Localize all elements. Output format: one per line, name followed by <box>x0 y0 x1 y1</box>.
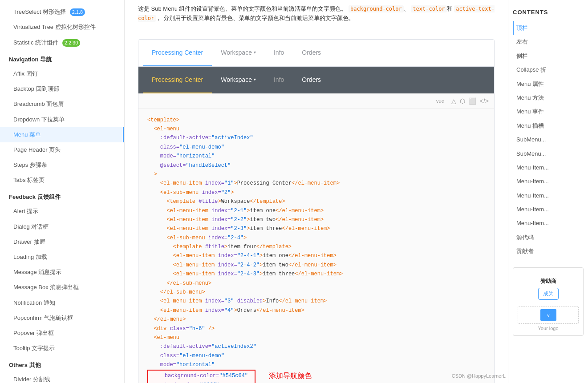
right-item-topbar[interactable]: 顶栏 <box>513 21 584 35</box>
right-item-sidebar[interactable]: 侧栏 <box>513 49 584 63</box>
sidebar-item-notification[interactable]: Notification 通知 <box>0 295 124 310</box>
right-item-menuitem3[interactable]: Menu-Item... <box>513 189 584 202</box>
right-item-label: 顶栏 <box>516 24 528 31</box>
copy-icon[interactable]: △ <box>451 97 456 105</box>
sidebar-item-loading[interactable]: Loading 加载 <box>0 250 124 265</box>
right-item-submenu1[interactable]: SubMenu... <box>513 133 584 146</box>
delete-icon[interactable]: ⬜ <box>469 97 476 105</box>
sidebar-item-message[interactable]: Message 消息提示 <box>0 265 124 280</box>
left-sidebar: TreeSelect 树形选择 2.1.8 Virtualized Tree 虚… <box>0 0 125 383</box>
sidebar-item-breadcrumb[interactable]: Breadcrumb 面包屑 <box>0 97 124 112</box>
sidebar-item-label: Alert 提示 <box>13 208 38 214</box>
sidebar-item-label: Page Header 页头 <box>13 146 61 153</box>
become-sponsor-button[interactable]: 成为 <box>538 288 559 300</box>
sidebar-item-popover[interactable]: Popover 弹出框 <box>0 326 124 341</box>
right-item-label: Menu-Item... <box>516 192 549 199</box>
code-toolbar: vue △ ⬡ ⬜ </> <box>138 94 494 109</box>
sidebar-item-backtop[interactable]: Backtop 回到顶部 <box>0 81 124 97</box>
content-area: 这是 Sub Menu 组件的设置背景色、菜单的文字颜色和当前激活菜单的文字颜色… <box>125 0 508 383</box>
sidebar-item-page-header[interactable]: Page Header 页头 <box>0 142 124 157</box>
right-item-menu-props[interactable]: Menu 属性 <box>513 77 584 91</box>
sidebar-item[interactable]: Virtualized Tree 虚拟化树形控件 <box>0 20 124 35</box>
code-lang-label: vue <box>436 98 444 104</box>
right-item-label: Menu 事件 <box>516 108 544 115</box>
sidebar-item-label: Menu 菜单 <box>13 131 41 138</box>
sidebar-item-steps[interactable]: Steps 步骤条 <box>0 157 124 173</box>
menu-item-label: Info <box>274 76 284 83</box>
right-item-label: 侧栏 <box>516 52 528 59</box>
sidebar-item-alert[interactable]: Alert 提示 <box>0 204 124 219</box>
right-item-label: 源代码 <box>516 234 534 241</box>
sidebar-item-label: Drawer 抽屉 <box>13 238 45 245</box>
right-item-label: Menu-Item... <box>516 178 549 185</box>
prop-highlight-bg: background-color <box>349 5 404 12</box>
sidebar-item-label: Dropdown 下拉菜单 <box>13 116 65 123</box>
right-item-menu-events[interactable]: Menu 事件 <box>513 105 584 118</box>
menu-item-orders-dark[interactable]: Orders <box>293 67 330 93</box>
sidebar-item-messagebox[interactable]: Message Box 消息弹出框 <box>0 280 124 295</box>
right-item-menu-methods[interactable]: Menu 方法 <box>513 91 584 105</box>
version-badge: 2.1.8 <box>70 8 85 16</box>
right-item-label: Collapse 折 <box>516 66 546 73</box>
right-sidebar: CONTENTS 顶栏 左右 侧栏 Collapse 折 Menu 属性 Men… <box>508 0 588 383</box>
sidebar-item[interactable]: Statistic 统计组件 2.2.30 <box>0 35 124 50</box>
menu-item-label: Workspace <box>221 49 252 56</box>
sidebar-item-label: Popconfirm 气泡确认框 <box>13 314 73 321</box>
sidebar-item-dropdown[interactable]: Dropdown 下拉菜单 <box>0 112 124 127</box>
bookmark-icon[interactable]: ⬡ <box>460 97 465 105</box>
sidebar-item-label: Message 消息提示 <box>13 269 61 275</box>
sidebar-item-drawer[interactable]: Drawer 抽屉 <box>0 234 124 250</box>
sponsor-logo: V <box>518 306 579 324</box>
sidebar-item-tooltip[interactable]: Tooltip 文字提示 <box>0 341 124 356</box>
right-item-menuitem5[interactable]: Menu-Item... <box>513 216 584 230</box>
right-item-label: Menu 方法 <box>516 94 544 101</box>
right-item-label: Menu 插槽 <box>516 122 544 129</box>
logo-icon: V <box>539 308 557 322</box>
right-item-menuitem4[interactable]: Menu-Item... <box>513 202 584 216</box>
sidebar-item[interactable]: TreeSelect 树形选择 2.1.8 <box>0 4 124 20</box>
right-item-submenu2[interactable]: SubMenu... <box>513 147 584 161</box>
right-item-leftright[interactable]: 左右 <box>513 35 584 48</box>
code-content: <template> <el-menu :default-active="act… <box>138 109 494 383</box>
sidebar-item-affix[interactable]: Affix 固钉 <box>0 66 124 81</box>
right-item-label: Menu-Item... <box>516 164 549 171</box>
sidebar-item-label: Tabs 标签页 <box>13 177 45 183</box>
menu-item-label: Orders <box>302 49 321 56</box>
right-item-contributors[interactable]: 贡献者 <box>513 244 584 258</box>
right-item-label: Menu 属性 <box>516 81 544 87</box>
menu-item-workspace-light[interactable]: Workspace ▾ <box>212 40 265 66</box>
annotation-text: 添加导航颜色 <box>269 370 312 382</box>
sidebar-item-label: Popover 弹出框 <box>13 330 54 336</box>
sidebar-group-title: Navigation 导航 <box>0 50 124 66</box>
your-logo-label: Your logo <box>518 326 579 331</box>
menu-item-info-light[interactable]: Info <box>265 40 293 66</box>
right-item-menuitem2[interactable]: Menu-Item... <box>513 174 584 188</box>
sidebar-item-label: Message Box 消息弹出框 <box>13 284 79 290</box>
sidebar-item-tabs[interactable]: Tabs 标签页 <box>0 173 124 188</box>
sidebar-group-others: Others 其他 <box>0 356 124 372</box>
right-item-menu-slots[interactable]: Menu 插槽 <box>513 119 584 133</box>
menu-item-processing-center-light[interactable]: Processing Center <box>143 40 212 66</box>
right-item-label: SubMenu... <box>516 150 546 157</box>
svg-text:V: V <box>547 314 550 318</box>
sidebar-item-label: Loading 加载 <box>13 254 47 260</box>
code-icon[interactable]: </> <box>480 97 489 105</box>
sidebar-item-label: Steps 步骤条 <box>13 161 47 168</box>
menu-item-label: Orders <box>302 76 321 83</box>
right-item-label: Menu-Item... <box>516 220 549 226</box>
right-item-label: SubMenu... <box>516 136 546 143</box>
right-item-source[interactable]: 源代码 <box>513 230 584 244</box>
main-content: 这是 Sub Menu 组件的设置背景色、菜单的文字颜色和当前激活菜单的文字颜色… <box>125 0 508 383</box>
menu-item-orders-light[interactable]: Orders <box>293 40 330 66</box>
menu-item-workspace-dark[interactable]: Workspace ▾ <box>212 67 265 93</box>
sidebar-item-popconfirm[interactable]: Popconfirm 气泡确认框 <box>0 310 124 326</box>
sidebar-item-menu[interactable]: Menu 菜单 <box>0 127 124 142</box>
menu-item-processing-center-dark[interactable]: Processing Center <box>143 67 212 93</box>
right-item-menuitem1[interactable]: Menu-Item... <box>513 161 584 174</box>
sidebar-item-label: Backtop 回到顶部 <box>13 85 59 92</box>
dark-menu-demo: Processing Center Workspace ▾ Info Order… <box>138 67 494 93</box>
sidebar-item-divider[interactable]: Divider 分割线 <box>0 372 124 383</box>
sidebar-item-label: Statistic 统计组件 <box>13 39 58 46</box>
right-item-collapse[interactable]: Collapse 折 <box>513 63 584 77</box>
sidebar-item-dialog[interactable]: Dialog 对话框 <box>0 219 124 234</box>
